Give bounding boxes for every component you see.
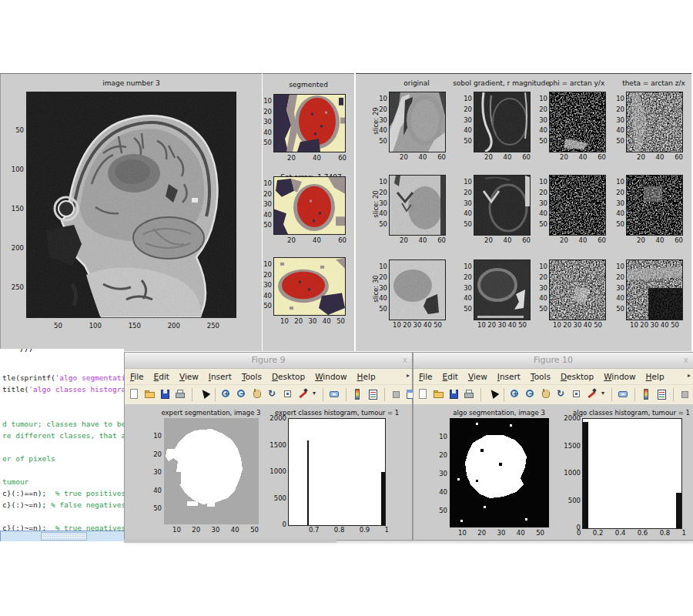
data-cursor-icon[interactable] (571, 387, 584, 402)
tick-label: 40 (539, 294, 547, 302)
algo-seg-y-axis: 1020304050 (436, 433, 447, 514)
code-line (2, 511, 124, 522)
legend-icon[interactable] (367, 387, 380, 402)
menu-item-window[interactable]: Window (315, 372, 346, 381)
menu-item-view[interactable]: View (468, 372, 487, 381)
tick-label: 40 (424, 321, 432, 329)
rotate-3d-icon[interactable] (555, 387, 568, 402)
link-plots-icon[interactable] (328, 387, 341, 402)
scrollbar-thumb[interactable] (41, 532, 87, 541)
tick-label: 40 (323, 317, 331, 325)
tick-label: 1 (682, 529, 686, 537)
brush-icon[interactable] (586, 387, 599, 402)
print-icon[interactable] (174, 387, 187, 402)
tick-label: 200 (12, 244, 24, 252)
open-file-icon[interactable] (143, 387, 156, 402)
zoom-in-icon[interactable] (509, 387, 522, 402)
segmented-1-y-axis: 1020304050 (263, 97, 272, 146)
colorbar-icon[interactable] (640, 387, 653, 402)
menu-item-edit[interactable]: Edit (443, 372, 458, 381)
link-plots-icon[interactable] (617, 387, 630, 402)
save-icon[interactable] (447, 387, 460, 402)
figure9-titlebar[interactable]: Figure 9 x (125, 353, 412, 369)
slice29-phi-x-axis: 204060 (560, 153, 606, 161)
tick-label: 50 (464, 305, 472, 313)
new-file-icon[interactable] (417, 387, 430, 402)
hide-plot-tools-icon[interactable] (390, 387, 403, 402)
colorbar-icon[interactable] (351, 387, 364, 402)
menu-item-file[interactable]: File (419, 372, 433, 381)
tick-label: 20 (464, 273, 472, 281)
open-file-icon[interactable] (432, 387, 445, 402)
menu-item-edit[interactable]: Edit (154, 372, 169, 381)
zoom-out-icon[interactable] (524, 387, 537, 402)
horizontal-scrollbar[interactable] (0, 531, 124, 541)
menu-item-desktop[interactable]: Desktop (272, 372, 305, 381)
cursor-icon[interactable] (197, 387, 210, 402)
tick-label: 10 (616, 263, 624, 270)
save-icon[interactable] (159, 387, 172, 402)
menu-item-file[interactable]: File (130, 372, 144, 381)
menu-item-insert[interactable]: Insert (209, 372, 232, 381)
pan-icon[interactable] (540, 387, 553, 402)
slice30-sobol-image (474, 259, 531, 320)
zoom-in-icon[interactable] (220, 387, 233, 402)
code-line (2, 441, 124, 453)
pan-icon[interactable] (251, 387, 264, 402)
menu-overflow-icon[interactable]: ▸ (407, 372, 410, 379)
legend-icon[interactable] (655, 387, 668, 402)
tick-label: 20 (400, 153, 408, 161)
tick-label: 10 (616, 178, 624, 186)
tick-label: 50 (336, 317, 345, 325)
menu-item-insert[interactable]: Insert (497, 372, 521, 381)
new-file-icon[interactable] (128, 387, 141, 402)
figure10-titlebar[interactable]: Figure 10 x (413, 353, 693, 369)
menu-item-window[interactable]: Window (604, 372, 635, 381)
code-line (2, 407, 124, 418)
tick-label: 10 (477, 321, 486, 329)
tick-label: 30 (153, 468, 162, 476)
tick-label: 20 (153, 450, 162, 458)
tick-label: 100 (12, 166, 24, 173)
print-icon[interactable] (463, 387, 476, 402)
caret-icon[interactable] (601, 387, 607, 402)
tick-label: 40 (263, 211, 272, 219)
menu-overflow-icon[interactable]: ▸ (688, 372, 691, 379)
slice30-phi-x-axis: 1020304050 (553, 321, 602, 329)
main-y-axis: 50100150200250 (5, 126, 24, 291)
brush-icon[interactable] (297, 387, 310, 402)
tick-label: 50 (263, 139, 272, 146)
rotate-3d-icon[interactable] (266, 387, 280, 402)
tick-label: 0.9 (360, 526, 370, 534)
tick-label: 40 (579, 236, 588, 244)
menu-item-help[interactable]: Help (357, 372, 376, 381)
code-editor[interactable]: ~~~~/// tle(sprintf('algo segmentationti… (0, 349, 124, 541)
menu-item-tools[interactable]: Tools (531, 372, 551, 381)
zoom-out-icon[interactable] (236, 387, 249, 402)
caret-icon[interactable] (313, 387, 318, 402)
cursor-icon[interactable] (486, 387, 499, 402)
menu-item-desktop[interactable]: Desktop (561, 372, 594, 381)
col-title-theta: theta = arctan z/x (608, 79, 693, 87)
segmented-2-x-axis: 204060 (287, 236, 346, 244)
tick-label: 0 (283, 521, 286, 528)
tick-label: 30 (263, 281, 272, 289)
tick-label: 10 (379, 263, 387, 270)
figure9-canvas: expert segmentation, image 3 1020304050 … (125, 404, 412, 540)
tick-label: 20 (403, 321, 411, 329)
data-cursor-icon[interactable] (282, 387, 295, 402)
slice20-sobol-image (474, 175, 531, 236)
segmented-image-2 (273, 176, 346, 235)
tick-label: 20 (563, 321, 571, 329)
menu-item-view[interactable]: View (179, 372, 199, 381)
menu-item-tools[interactable]: Tools (242, 372, 262, 381)
menu-item-help[interactable]: Help (646, 372, 665, 381)
close-icon[interactable]: x (402, 353, 407, 367)
close-icon[interactable]: x (683, 353, 688, 367)
slice20-original-y-axis: 1020304050 (378, 178, 387, 228)
slice29-theta-x-axis: 204060 (637, 153, 683, 161)
expert-seg-y-axis: 1020304050 (150, 432, 162, 512)
code-line: re different classes, that are (2, 430, 124, 441)
tick-label: 40 (616, 126, 624, 134)
hide-plot-tools-icon[interactable] (678, 387, 691, 402)
